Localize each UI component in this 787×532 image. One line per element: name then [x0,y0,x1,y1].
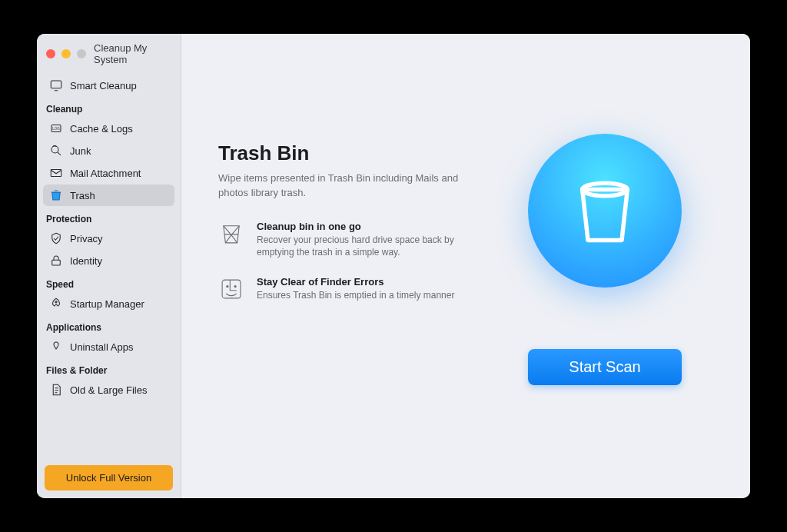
sidebar-item-startup-manager[interactable]: Startup Manager [43,293,174,314]
section-header-cleanup: Cleanup [46,104,171,115]
sidebar-item-uninstall-apps[interactable]: Uninstall Apps [43,336,174,357]
sidebar-item-label: Junk [70,145,91,157]
rocket-icon [49,297,63,311]
app-window: Cleanup My System Smart Cleanup Cleanup … [37,34,750,498]
file-icon [49,383,63,397]
sidebar-item-old-large-files[interactable]: Old & Large Files [43,379,174,401]
svg-rect-0 [51,81,61,88]
sidebar-item-label: Trash [70,190,95,201]
window-controls [46,49,86,58]
sidebar-item-label: Startup Manager [70,298,144,310]
sidebar-scroll: Smart Cleanup Cleanup LOG Cache & Logs J… [37,71,181,457]
svg-point-3 [51,146,58,153]
hero-trash-graphic [528,134,682,288]
sidebar-item-label: Cache & Logs [70,123,133,135]
sidebar: Cleanup My System Smart Cleanup Cleanup … [37,34,181,498]
content: Trash Bin Wipe items presented in Trash … [181,34,750,385]
main-left-column: Trash Bin Wipe items presented in Trash … [218,141,480,385]
envelope-icon [49,166,63,180]
main-right-column: Start Scan [516,134,693,385]
svg-point-8 [227,286,228,288]
section-header-protection: Protection [46,214,171,224]
trash-large-icon [563,168,647,253]
feature-title: Stay Clear of Finder Errors [257,276,454,288]
sidebar-item-label: Old & Large Files [70,384,147,396]
feature-cleanup-bin: Cleanup bin in one go Recover your preci… [218,221,480,260]
maximize-icon[interactable] [77,49,86,58]
sidebar-item-smart-cleanup[interactable]: Smart Cleanup [43,75,174,96]
svg-text:LOG: LOG [52,127,60,131]
trash-icon [49,188,63,202]
feature-description: Ensures Trash Bin is emptied in a timely… [257,289,454,302]
close-icon[interactable] [46,49,55,58]
trash-wire-icon [218,221,244,247]
page-description: Wipe items presented in Trash Bin includ… [218,171,480,201]
section-header-speed: Speed [46,279,171,290]
minimize-icon[interactable] [61,49,71,58]
svg-rect-4 [51,170,61,177]
feature-finder-errors: Stay Clear of Finder Errors Ensures Tras… [218,276,480,302]
finder-icon [218,276,244,302]
sidebar-item-identity[interactable]: Identity [43,250,174,271]
sidebar-item-junk[interactable]: Junk [43,140,174,161]
sidebar-item-label: Privacy [70,233,103,244]
app-icon [49,340,63,354]
feature-title: Cleanup bin in one go [257,221,480,232]
sidebar-item-label: Uninstall Apps [70,341,133,353]
lock-icon [49,254,63,268]
sidebar-item-mail-attachment[interactable]: Mail Attachment [43,162,174,184]
sidebar-item-label: Mail Attachment [70,168,141,179]
shield-icon [49,231,63,245]
page-title: Trash Bin [218,141,480,165]
monitor-icon [49,78,63,92]
main-pane: Trash Bin Wipe items presented in Trash … [181,34,750,498]
magnifier-icon [49,144,63,158]
svg-point-6 [55,301,57,303]
sidebar-item-trash[interactable]: Trash [43,185,174,206]
start-scan-button[interactable]: Start Scan [528,349,682,385]
unlock-full-version-button[interactable]: Unlock Full Version [45,465,173,490]
titlebar: Cleanup My System [37,34,181,71]
svg-point-9 [234,286,236,288]
sidebar-item-label: Smart Cleanup [70,80,137,91]
log-icon: LOG [49,121,63,135]
app-title: Cleanup My System [94,42,171,65]
sidebar-item-cache-logs[interactable]: LOG Cache & Logs [43,118,174,139]
feature-text: Cleanup bin in one go Recover your preci… [257,221,480,260]
sidebar-item-label: Identity [70,255,102,267]
feature-text: Stay Clear of Finder Errors Ensures Tras… [257,276,454,302]
section-header-applications: Applications [46,322,171,333]
sidebar-footer: Unlock Full Version [37,457,181,498]
section-header-files: Files & Folder [46,365,171,376]
svg-rect-5 [52,260,61,265]
feature-description: Recover your precious hard drive space b… [257,234,480,260]
sidebar-item-privacy[interactable]: Privacy [43,228,174,249]
